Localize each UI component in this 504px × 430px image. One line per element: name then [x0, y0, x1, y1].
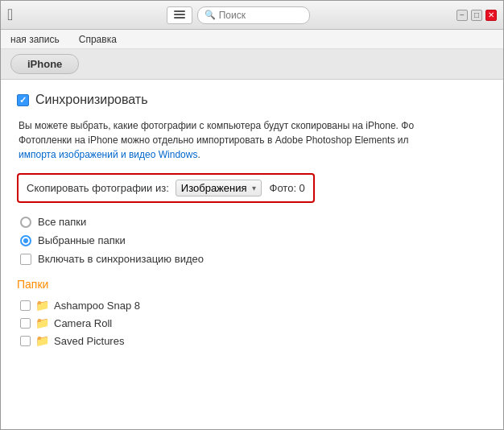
- radio-selected-folders[interactable]: Выбранные папки: [20, 234, 487, 246]
- sync-header: Синхронизировать: [17, 93, 487, 107]
- dropdown-arrow-icon: ▾: [252, 184, 256, 192]
- folder-list: 📁 Ashampoo Snap 8 📁 Camera Roll 📁 Saved …: [17, 299, 487, 347]
- folder-checkbox-2[interactable]: [20, 336, 31, 346]
- menu-bar: ная запись Справка: [1, 30, 503, 49]
- radio-all-label: Все папки: [38, 216, 86, 228]
- close-button[interactable]: ✕: [485, 10, 497, 21]
- sync-title: Синхронизировать: [35, 93, 148, 107]
- info-text-part1: Вы можете выбрать, какие фотографии с ко…: [19, 120, 414, 131]
- svg-rect-1: [174, 14, 185, 15]
- minimize-button[interactable]: −: [456, 10, 468, 21]
- folder-item: 📁 Camera Roll: [20, 316, 487, 329]
- folder-name-2: Saved Pictures: [54, 335, 124, 347]
- folder-item: 📁 Saved Pictures: [20, 334, 487, 347]
- radio-all-icon: [20, 217, 31, 228]
- photo-count: Фото: 0: [270, 182, 305, 194]
- list-view-button[interactable]: [167, 6, 192, 24]
- title-bar-left: : [7, 6, 19, 24]
- folder-item: 📁 Ashampoo Snap 8: [20, 299, 487, 312]
- folder-icon-1: 📁: [35, 316, 49, 329]
- apple-logo-icon: : [7, 6, 13, 24]
- video-sync-label: Включать в синхронизацию видео: [38, 253, 204, 265]
- itunes-window:  🔍 − □ ✕ ная запись Справка: [0, 0, 504, 430]
- iphone-tab[interactable]: iPhone: [10, 54, 79, 74]
- dropdown-value: Изображения: [181, 182, 247, 194]
- folder-name-1: Camera Roll: [54, 317, 112, 329]
- info-text-link[interactable]: импорта изображений и видео Windows: [19, 149, 197, 160]
- search-input[interactable]: [219, 10, 303, 21]
- info-text: Вы можете выбрать, какие фотографии с ко…: [17, 118, 487, 162]
- svg-rect-2: [174, 17, 185, 19]
- folders-section: Папки 📁 Ashampoo Snap 8 📁 Camera Roll 📁 …: [17, 278, 487, 347]
- maximize-button[interactable]: □: [471, 10, 482, 21]
- video-sync-checkbox: [20, 254, 31, 265]
- menu-account[interactable]: ная запись: [7, 33, 63, 46]
- folder-name-0: Ashampoo Snap 8: [54, 300, 140, 312]
- folder-checkbox-1[interactable]: [20, 318, 31, 329]
- window-controls: − □ ✕: [456, 10, 497, 21]
- info-text-part2: Фотопленки на iPhone можно отдельно импо…: [19, 134, 408, 146]
- radio-section: Все папки Выбранные папки Включать в син…: [17, 216, 487, 265]
- folder-icon-2: 📁: [35, 334, 49, 347]
- info-text-end: .: [197, 149, 200, 160]
- sync-checkbox[interactable]: [17, 94, 29, 106]
- title-bar-center: 🔍: [167, 6, 310, 24]
- folder-icon-0: 📁: [35, 299, 49, 312]
- copy-from-label: Скопировать фотографии из:: [27, 182, 169, 194]
- search-box[interactable]: 🔍: [197, 6, 310, 24]
- main-content: Синхронизировать Вы можете выбрать, каки…: [1, 80, 503, 429]
- menu-help[interactable]: Справка: [76, 33, 120, 46]
- radio-all-folders[interactable]: Все папки: [20, 216, 487, 228]
- video-sync-checkbox-item[interactable]: Включать в синхронизацию видео: [20, 253, 487, 265]
- radio-selected-icon: [20, 235, 31, 246]
- source-dropdown[interactable]: Изображения ▾: [176, 180, 262, 196]
- tab-bar: iPhone: [1, 49, 503, 80]
- radio-selected-label: Выбранные папки: [38, 234, 126, 246]
- folder-checkbox-0[interactable]: [20, 300, 31, 311]
- copy-from-section: Скопировать фотографии из: Изображения ▾…: [17, 173, 315, 203]
- folders-title: Папки: [17, 278, 487, 291]
- svg-rect-0: [174, 10, 185, 12]
- title-bar:  🔍 − □ ✕: [1, 1, 503, 30]
- search-icon: 🔍: [204, 10, 216, 20]
